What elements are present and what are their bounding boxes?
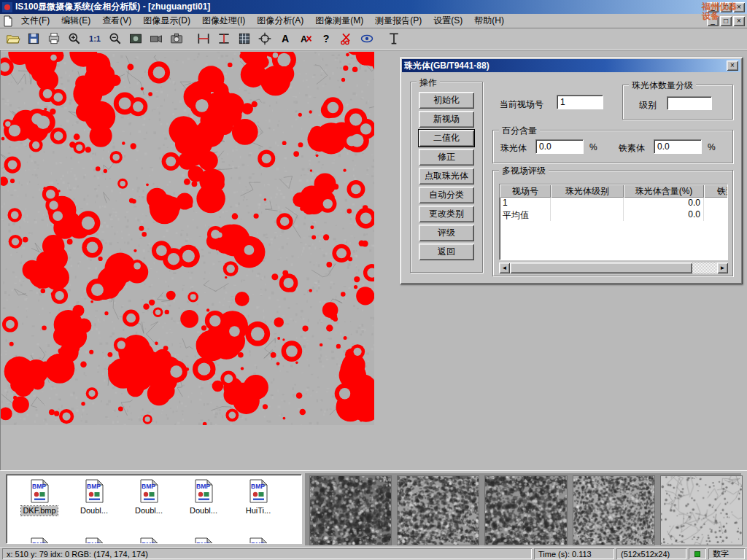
scroll-track[interactable]	[510, 262, 717, 273]
op-return-button[interactable]: 返回	[419, 244, 474, 260]
pearlite-value-input[interactable]: 0.0	[535, 139, 584, 154]
measure-depth-button[interactable]	[384, 30, 403, 47]
capture-button[interactable]	[126, 30, 145, 47]
file-item-dkf-bmp[interactable]: BMPDKF.bmp	[14, 479, 65, 516]
file-item-partial[interactable]: BMP	[233, 537, 284, 544]
table-header-0[interactable]: 视场号	[500, 184, 551, 198]
thumbnail-5[interactable]	[660, 475, 743, 545]
op-initialize-button[interactable]: 初始化	[419, 92, 474, 109]
current-field-input[interactable]: 1	[557, 95, 603, 109]
mdi-document-icon	[2, 15, 14, 27]
menu-help[interactable]: 帮助(H)	[468, 14, 510, 28]
file-item-partial[interactable]: BMP	[178, 537, 229, 544]
open-button[interactable]	[4, 30, 23, 47]
table-header-2[interactable]: 珠光体含量(%)	[624, 184, 704, 198]
percent-group: 百分含量 珠光体 0.0 % 铁素体 0.0 %	[492, 130, 733, 163]
file-list[interactable]: BMPDKF.bmpBMPDoubl...BMPDoubl...BMPDoubl…	[6, 474, 302, 544]
mdi-close-button[interactable]: ×	[733, 16, 745, 26]
op-pick-pearlite-button[interactable]: 点取珠光体	[419, 168, 474, 184]
table-header-1[interactable]: 珠光体级别	[551, 184, 624, 198]
zoom-in-button[interactable]	[65, 30, 84, 47]
zoom-out-button[interactable]	[106, 30, 125, 47]
op-new-field-button[interactable]: 新视场	[419, 111, 474, 128]
op-rate-button[interactable]: 评级	[419, 225, 474, 241]
table-header-3[interactable]: 铁素	[704, 184, 728, 198]
toolbar-separator	[378, 30, 384, 47]
menu-measure-report[interactable]: 测量报告(P)	[369, 14, 427, 28]
file-item-partial[interactable]: BMP	[14, 537, 65, 544]
titlebar[interactable]: IS100显微摄像系统(金相分析版) - [zhuguangti01] _ □ …	[0, 0, 747, 14]
bmp-file-icon: BMP	[28, 537, 52, 544]
level-input[interactable]	[667, 96, 712, 110]
bmp-file-icon: BMP	[192, 479, 216, 503]
pearlite-dialog: 珠光体(GB/T9441-88) × 操作 初始化新视场二值化修正点取珠光体自动…	[400, 57, 743, 284]
printer-icon	[47, 31, 61, 46]
table-row[interactable]: 10.0	[500, 198, 727, 209]
help-button[interactable]	[317, 30, 336, 47]
scroll-left-button[interactable]: ◄	[499, 262, 510, 273]
app-icon	[2, 2, 12, 12]
svg-text:BMP: BMP	[32, 541, 46, 544]
measure-vertical-button[interactable]	[214, 30, 233, 47]
crosshair-button[interactable]	[255, 30, 274, 47]
svg-text:BMP: BMP	[196, 541, 210, 544]
camera-button[interactable]	[167, 30, 186, 47]
measure-horizontal-button[interactable]	[194, 30, 213, 47]
actual-size-button[interactable]: 1:1	[85, 30, 104, 47]
grid-button[interactable]	[235, 30, 254, 47]
save-button[interactable]	[24, 30, 43, 47]
cut-button[interactable]	[337, 30, 356, 47]
ferrite-percent-sign: %	[708, 142, 716, 152]
video-button[interactable]	[147, 30, 166, 47]
close-button[interactable]: ×	[733, 2, 745, 12]
op-auto-classify-button[interactable]: 自动分类	[419, 187, 474, 203]
mdi-restore-button[interactable]: □	[720, 16, 732, 26]
thumbnail-1[interactable]	[309, 475, 392, 545]
op-binarize-button[interactable]: 二值化	[419, 130, 474, 147]
menu-view[interactable]: 查看(V)	[96, 14, 137, 28]
menu-image-analysis[interactable]: 图像分析(A)	[251, 14, 309, 28]
file-item-huiti-[interactable]: BMPHuiTi...	[233, 479, 284, 516]
menu-image-process[interactable]: 图像处理(I)	[196, 14, 251, 28]
file-item-doubl-[interactable]: BMPDoubl...	[123, 479, 174, 516]
status-mode: 数字	[708, 548, 745, 559]
table-cell	[551, 198, 624, 209]
scroll-right-button[interactable]: ►	[717, 262, 728, 273]
thumbnail-4[interactable]	[573, 475, 655, 545]
scroll-thumb[interactable]	[510, 262, 692, 273]
op-correct-button[interactable]: 修正	[419, 149, 474, 166]
table-row[interactable]: 平均值0.0	[500, 209, 727, 221]
menu-image-measure[interactable]: 图像测量(M)	[309, 14, 369, 28]
dialog-titlebar[interactable]: 珠光体(GB/T9441-88) ×	[402, 59, 740, 72]
annotate-text-button[interactable]	[276, 30, 295, 47]
ferrite-value-input[interactable]: 0.0	[654, 139, 702, 154]
caliper2-icon	[217, 31, 231, 46]
thumbnail-2[interactable]	[397, 475, 479, 545]
micrograph-image[interactable]	[1, 52, 374, 425]
mdi-minimize-button[interactable]: _	[707, 16, 719, 26]
menu-file[interactable]: 文件(F)	[15, 14, 55, 28]
maximize-button[interactable]: □	[720, 2, 732, 12]
svg-text:BMP: BMP	[251, 541, 265, 544]
window-title: IS100显微摄像系统(金相分析版) - [zhuguangti01]	[15, 1, 210, 13]
multifield-group: 多视场评级 视场号珠光体级别珠光体含量(%)铁素 10.0平均值0.0 ◄ ►	[492, 170, 733, 276]
preview-button[interactable]	[357, 30, 376, 47]
statusbar: x: 510 y: 79 idx: 0 RGB: (174, 174, 174)…	[0, 547, 747, 560]
minimize-button[interactable]: _	[707, 2, 719, 12]
print-button[interactable]	[44, 30, 63, 47]
file-item-doubl-[interactable]: BMPDoubl...	[69, 479, 120, 516]
op-change-class-button[interactable]: 更改类别	[419, 206, 474, 222]
thumbnail-3[interactable]	[484, 475, 567, 545]
delete-annotation-button[interactable]	[296, 30, 315, 47]
dialog-close-button[interactable]: ×	[727, 61, 738, 71]
current-field-label: 当前视场号	[500, 98, 543, 111]
level-label: 级别	[639, 99, 657, 112]
menu-edit[interactable]: 编辑(E)	[55, 14, 96, 28]
file-item-partial[interactable]: BMP	[69, 537, 120, 544]
table-hscrollbar[interactable]: ◄ ►	[499, 262, 728, 273]
menu-image-display[interactable]: 图像显示(D)	[137, 14, 196, 28]
file-item-doubl-[interactable]: BMPDoubl...	[178, 479, 229, 516]
menu-settings[interactable]: 设置(S)	[427, 14, 468, 28]
rating-table[interactable]: 视场号珠光体级别珠光体含量(%)铁素 10.0平均值0.0	[499, 184, 728, 260]
file-item-partial[interactable]: BMP	[123, 537, 174, 544]
